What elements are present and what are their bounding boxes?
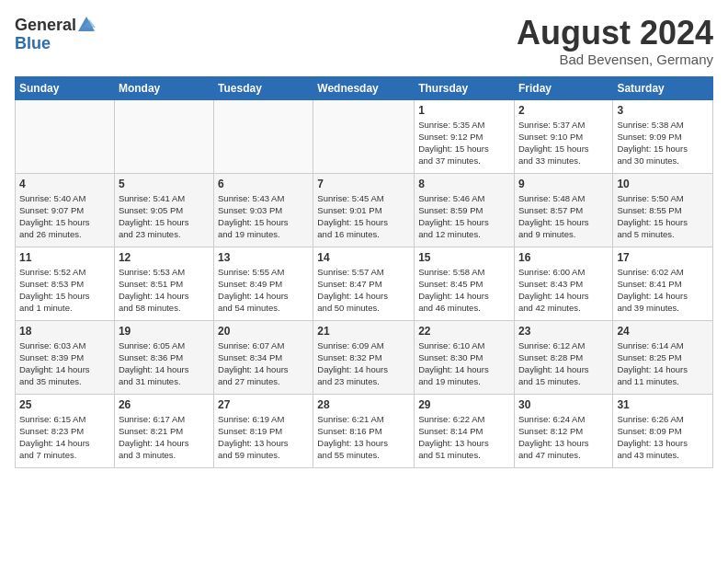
day-detail: Sunrise: 6:14 AM Sunset: 8:25 PM Dayligh… <box>617 339 709 388</box>
day-number: 29 <box>418 398 510 411</box>
day-detail: Sunrise: 6:07 AM Sunset: 8:34 PM Dayligh… <box>218 339 309 388</box>
col-sunday: Sunday <box>16 76 115 99</box>
calendar-cell <box>313 99 415 173</box>
calendar-row-1: 1Sunrise: 5:35 AM Sunset: 9:12 PM Daylig… <box>16 99 713 173</box>
logo: General Blue <box>15 15 97 52</box>
logo-general-text: General <box>15 17 76 33</box>
calendar-header-row: Sunday Monday Tuesday Wednesday Thursday… <box>16 76 713 99</box>
day-detail: Sunrise: 5:57 AM Sunset: 8:47 PM Dayligh… <box>317 266 410 315</box>
calendar-cell: 19Sunrise: 6:05 AM Sunset: 8:36 PM Dayli… <box>114 320 213 394</box>
calendar-cell: 4Sunrise: 5:40 AM Sunset: 9:07 PM Daylig… <box>16 173 115 247</box>
day-detail: Sunrise: 6:10 AM Sunset: 8:30 PM Dayligh… <box>418 339 510 388</box>
day-detail: Sunrise: 5:40 AM Sunset: 9:07 PM Dayligh… <box>19 192 110 241</box>
logo-blue-text: Blue <box>15 35 97 52</box>
calendar-row-3: 11Sunrise: 5:52 AM Sunset: 8:53 PM Dayli… <box>16 247 713 320</box>
calendar-table: Sunday Monday Tuesday Wednesday Thursday… <box>15 76 713 468</box>
calendar-cell: 10Sunrise: 5:50 AM Sunset: 8:55 PM Dayli… <box>613 173 713 247</box>
day-detail: Sunrise: 6:24 AM Sunset: 8:12 PM Dayligh… <box>518 413 609 462</box>
calendar-cell <box>214 99 313 173</box>
day-detail: Sunrise: 6:17 AM Sunset: 8:21 PM Dayligh… <box>119 413 210 462</box>
day-number: 3 <box>617 104 709 117</box>
page-header: General Blue August 2024 Bad Bevensen, G… <box>15 15 713 67</box>
calendar-cell: 25Sunrise: 6:15 AM Sunset: 8:23 PM Dayli… <box>16 394 115 467</box>
calendar-cell: 13Sunrise: 5:55 AM Sunset: 8:49 PM Dayli… <box>214 247 313 320</box>
day-detail: Sunrise: 5:50 AM Sunset: 8:55 PM Dayligh… <box>617 192 709 241</box>
day-detail: Sunrise: 6:05 AM Sunset: 8:36 PM Dayligh… <box>119 339 210 388</box>
day-number: 18 <box>19 325 110 338</box>
calendar-cell: 7Sunrise: 5:45 AM Sunset: 9:01 PM Daylig… <box>313 173 415 247</box>
calendar-row-4: 18Sunrise: 6:03 AM Sunset: 8:39 PM Dayli… <box>16 320 713 394</box>
day-number: 6 <box>218 178 309 190</box>
day-number: 19 <box>119 325 210 338</box>
col-friday: Friday <box>514 76 612 99</box>
day-detail: Sunrise: 6:21 AM Sunset: 8:16 PM Dayligh… <box>317 413 410 462</box>
calendar-cell: 11Sunrise: 5:52 AM Sunset: 8:53 PM Dayli… <box>16 247 115 320</box>
day-number: 1 <box>418 104 510 117</box>
day-detail: Sunrise: 5:48 AM Sunset: 8:57 PM Dayligh… <box>518 192 609 241</box>
calendar-cell: 21Sunrise: 6:09 AM Sunset: 8:32 PM Dayli… <box>313 320 415 394</box>
day-number: 24 <box>617 325 709 338</box>
day-detail: Sunrise: 5:53 AM Sunset: 8:51 PM Dayligh… <box>119 266 210 315</box>
calendar-cell: 8Sunrise: 5:46 AM Sunset: 8:59 PM Daylig… <box>415 173 515 247</box>
calendar-cell: 9Sunrise: 5:48 AM Sunset: 8:57 PM Daylig… <box>514 173 612 247</box>
calendar-cell: 5Sunrise: 5:41 AM Sunset: 9:05 PM Daylig… <box>114 173 213 247</box>
day-number: 2 <box>518 104 609 117</box>
day-detail: Sunrise: 5:37 AM Sunset: 9:10 PM Dayligh… <box>518 119 609 167</box>
calendar-cell: 18Sunrise: 6:03 AM Sunset: 8:39 PM Dayli… <box>16 320 115 394</box>
day-detail: Sunrise: 6:02 AM Sunset: 8:41 PM Dayligh… <box>617 266 709 315</box>
calendar-cell: 30Sunrise: 6:24 AM Sunset: 8:12 PM Dayli… <box>514 394 612 467</box>
day-number: 22 <box>418 325 510 338</box>
day-number: 27 <box>218 398 309 411</box>
calendar-cell: 6Sunrise: 5:43 AM Sunset: 9:03 PM Daylig… <box>214 173 313 247</box>
col-thursday: Thursday <box>415 76 515 99</box>
day-number: 10 <box>617 178 709 190</box>
col-wednesday: Wednesday <box>313 76 415 99</box>
calendar-cell: 22Sunrise: 6:10 AM Sunset: 8:30 PM Dayli… <box>415 320 515 394</box>
calendar-cell: 2Sunrise: 5:37 AM Sunset: 9:10 PM Daylig… <box>514 99 612 173</box>
month-title: August 2024 <box>517 15 713 52</box>
calendar-cell: 24Sunrise: 6:14 AM Sunset: 8:25 PM Dayli… <box>613 320 713 394</box>
col-tuesday: Tuesday <box>214 76 313 99</box>
day-number: 16 <box>518 251 609 264</box>
calendar-cell: 26Sunrise: 6:17 AM Sunset: 8:21 PM Dayli… <box>114 394 213 467</box>
day-number: 12 <box>119 251 210 264</box>
day-detail: Sunrise: 6:03 AM Sunset: 8:39 PM Dayligh… <box>19 339 110 388</box>
day-number: 25 <box>19 398 110 411</box>
calendar-cell: 14Sunrise: 5:57 AM Sunset: 8:47 PM Dayli… <box>313 247 415 320</box>
calendar-cell <box>114 99 213 173</box>
day-detail: Sunrise: 5:38 AM Sunset: 9:09 PM Dayligh… <box>617 119 709 167</box>
day-detail: Sunrise: 6:19 AM Sunset: 8:19 PM Dayligh… <box>218 413 309 462</box>
day-number: 13 <box>218 251 309 264</box>
day-detail: Sunrise: 5:58 AM Sunset: 8:45 PM Dayligh… <box>418 266 510 315</box>
calendar-cell: 29Sunrise: 6:22 AM Sunset: 8:14 PM Dayli… <box>415 394 515 467</box>
day-detail: Sunrise: 5:46 AM Sunset: 8:59 PM Dayligh… <box>418 192 510 241</box>
day-detail: Sunrise: 6:26 AM Sunset: 8:09 PM Dayligh… <box>617 413 709 462</box>
calendar-cell: 12Sunrise: 5:53 AM Sunset: 8:51 PM Dayli… <box>114 247 213 320</box>
calendar-cell: 27Sunrise: 6:19 AM Sunset: 8:19 PM Dayli… <box>214 394 313 467</box>
day-number: 30 <box>518 398 609 411</box>
location-subtitle: Bad Bevensen, Germany <box>517 52 713 67</box>
calendar-cell: 1Sunrise: 5:35 AM Sunset: 9:12 PM Daylig… <box>415 99 515 173</box>
calendar-row-5: 25Sunrise: 6:15 AM Sunset: 8:23 PM Dayli… <box>16 394 713 467</box>
day-number: 31 <box>617 398 709 411</box>
day-number: 23 <box>518 325 609 338</box>
day-detail: Sunrise: 6:00 AM Sunset: 8:43 PM Dayligh… <box>518 266 609 315</box>
calendar-row-2: 4Sunrise: 5:40 AM Sunset: 9:07 PM Daylig… <box>16 173 713 247</box>
title-section: August 2024 Bad Bevensen, Germany <box>517 15 713 67</box>
calendar-cell: 20Sunrise: 6:07 AM Sunset: 8:34 PM Dayli… <box>214 320 313 394</box>
day-number: 9 <box>518 178 609 190</box>
day-number: 4 <box>19 178 110 190</box>
calendar-cell: 16Sunrise: 6:00 AM Sunset: 8:43 PM Dayli… <box>514 247 612 320</box>
calendar-cell <box>16 99 115 173</box>
day-detail: Sunrise: 5:52 AM Sunset: 8:53 PM Dayligh… <box>19 266 110 315</box>
day-detail: Sunrise: 5:35 AM Sunset: 9:12 PM Dayligh… <box>418 119 510 167</box>
day-detail: Sunrise: 6:12 AM Sunset: 8:28 PM Dayligh… <box>518 339 609 388</box>
day-detail: Sunrise: 6:15 AM Sunset: 8:23 PM Dayligh… <box>19 413 110 462</box>
calendar-cell: 23Sunrise: 6:12 AM Sunset: 8:28 PM Dayli… <box>514 320 612 394</box>
calendar-cell: 17Sunrise: 6:02 AM Sunset: 8:41 PM Dayli… <box>613 247 713 320</box>
day-number: 14 <box>317 251 410 264</box>
day-detail: Sunrise: 6:22 AM Sunset: 8:14 PM Dayligh… <box>418 413 510 462</box>
day-detail: Sunrise: 5:45 AM Sunset: 9:01 PM Dayligh… <box>317 192 410 241</box>
day-number: 20 <box>218 325 309 338</box>
calendar-cell: 28Sunrise: 6:21 AM Sunset: 8:16 PM Dayli… <box>313 394 415 467</box>
